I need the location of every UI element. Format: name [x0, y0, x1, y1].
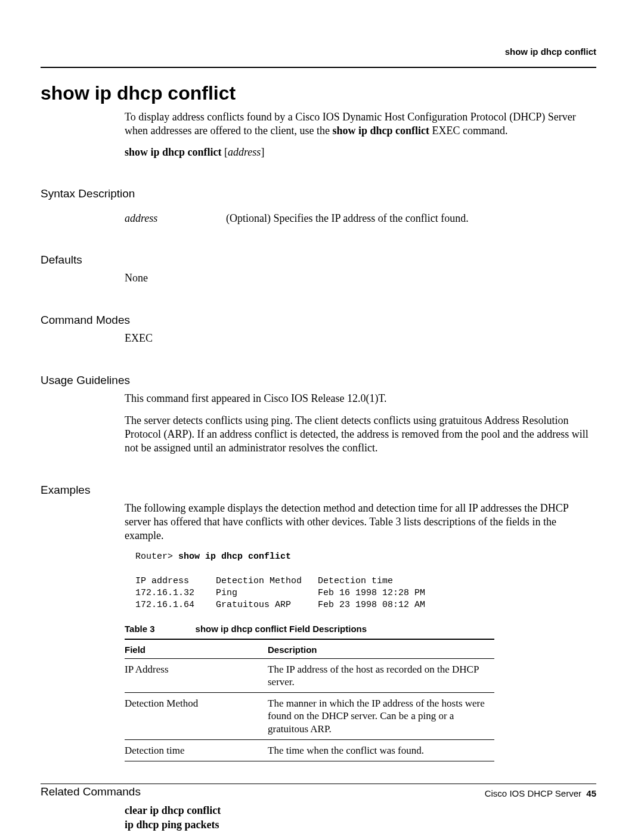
table-row: Detection Method The manner in which the… — [125, 693, 494, 740]
heading-usage-guidelines: Usage Guidelines — [41, 374, 596, 387]
table-title: show ip dhcp conflict Field Descriptions — [196, 624, 367, 634]
table-label: Table 3 — [125, 624, 155, 634]
heading-defaults: Defaults — [41, 253, 596, 267]
footer-rule — [41, 784, 596, 784]
code-row-1: 172.16.1.32 Ping Feb 16 1998 12:28 PM — [135, 588, 425, 598]
heading-examples: Examples — [41, 484, 596, 497]
example-code-block: Router> show ip dhcp conflict IP address… — [135, 551, 596, 611]
syntax-arg-desc: (Optional) Specifies the IP address of t… — [226, 212, 596, 225]
heading-command-modes: Command Modes — [41, 314, 596, 327]
code-header-row: IP address Detection Method Detection ti… — [135, 576, 393, 586]
top-rule — [41, 67, 596, 68]
running-head: show ip dhcp conflict — [505, 47, 596, 57]
table-header-row: Field Description — [125, 639, 494, 659]
th-description: Description — [268, 639, 494, 659]
examples-intro: The following example displays the detec… — [125, 501, 596, 543]
syntax-arg: address — [228, 146, 261, 158]
defaults-text: None — [125, 271, 596, 285]
code-row-2: 172.16.1.64 Gratuitous ARP Feb 23 1998 0… — [135, 600, 425, 610]
syntax-arg-name: address — [125, 212, 226, 225]
command-syntax-line: show ip dhcp conflict [address] — [125, 146, 596, 159]
related-command-item: clear ip dhcp conflict — [125, 803, 596, 817]
page-title: show ip dhcp conflict — [41, 82, 596, 104]
page-number: 45 — [586, 788, 596, 798]
section-usage-guidelines: Usage Guidelines This command first appe… — [41, 374, 596, 455]
related-command-item: ip dhcp ping packets — [125, 817, 596, 832]
cell-field: IP Address — [125, 658, 268, 693]
section-syntax-description: Syntax Description address (Optional) Sp… — [41, 187, 596, 225]
cell-field: Detection time — [125, 739, 268, 761]
usage-p2: The server detects conflicts using ping.… — [125, 414, 596, 455]
related-commands-list: clear ip dhcp conflict ip dhcp ping pack… — [125, 803, 596, 833]
section-command-modes: Command Modes EXEC — [41, 314, 596, 345]
code-command: show ip dhcp conflict — [178, 552, 291, 562]
cell-desc: The IP address of the host as recorded o… — [268, 658, 494, 693]
table-row: Detection time The time when the conflic… — [125, 739, 494, 761]
page: show ip dhcp conflict show ip dhcp confl… — [0, 0, 644, 833]
code-prompt: Router> — [135, 552, 178, 562]
cell-desc: The manner in which the IP address of th… — [268, 693, 494, 740]
footer: Cisco IOS DHCP Server 45 — [485, 788, 596, 798]
table-caption: Table 3 show ip dhcp conflict Field Desc… — [125, 624, 596, 634]
intro-paragraph: To display address conflicts found by a … — [125, 110, 596, 138]
footer-text: Cisco IOS DHCP Server — [485, 788, 581, 798]
field-descriptions-table: Field Description IP Address The IP addr… — [125, 639, 494, 762]
section-examples: Examples The following example displays … — [41, 484, 596, 761]
heading-syntax-description: Syntax Description — [41, 187, 596, 200]
syntax-bracket-close: ] — [261, 146, 264, 158]
syntax-description-row: address (Optional) Specifies the IP addr… — [125, 212, 596, 225]
usage-p1: This command first appeared in Cisco IOS… — [125, 392, 596, 405]
section-defaults: Defaults None — [41, 253, 596, 285]
cell-desc: The time when the conflict was found. — [268, 739, 494, 761]
cell-field: Detection Method — [125, 693, 268, 740]
syntax-command: show ip dhcp conflict — [125, 146, 222, 158]
th-field: Field — [125, 639, 268, 659]
command-modes-text: EXEC — [125, 332, 596, 345]
table-row: IP Address The IP address of the host as… — [125, 658, 494, 693]
